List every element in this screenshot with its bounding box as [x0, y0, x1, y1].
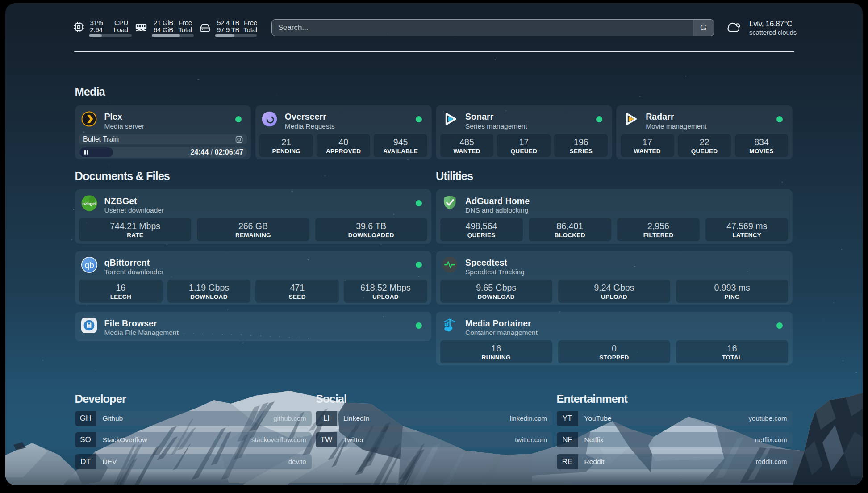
svg-text:nzbget: nzbget — [82, 201, 96, 206]
svg-text:qb: qb — [84, 260, 94, 270]
